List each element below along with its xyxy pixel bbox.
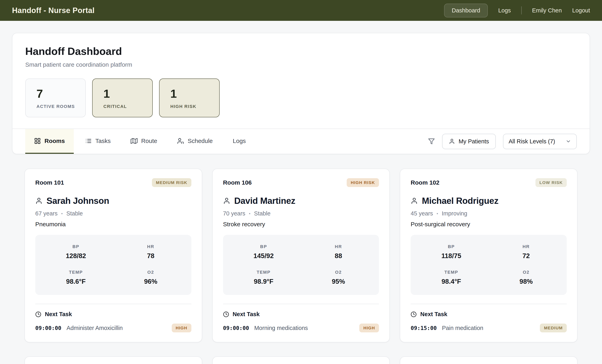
vital-value: 88	[301, 252, 376, 260]
clock-icon	[35, 311, 41, 317]
vital-value: 72	[489, 252, 564, 260]
patient-status: Stable	[66, 210, 83, 217]
stat-high-risk: 1 HIGH RISK	[159, 78, 220, 117]
nav-dashboard[interactable]: Dashboard	[444, 4, 488, 17]
tab-label: Schedule	[188, 137, 213, 144]
users-icon	[177, 137, 184, 144]
vital-label: TEMP	[414, 270, 489, 275]
rooms-grid: Room 101 MEDIUM RISK Sarah Johnson 67 ye…	[24, 169, 578, 342]
person-icon	[223, 197, 230, 204]
vital-label: HR	[301, 244, 376, 249]
vital-label: TEMP	[38, 270, 113, 275]
stat-label: CRITICAL	[103, 104, 152, 109]
task-time: 09:00:00	[35, 325, 61, 331]
patient-condition: Stroke recovery	[223, 221, 379, 228]
patient-name: David Martinez	[234, 196, 295, 206]
nav-user: Emily Chen	[532, 7, 562, 14]
risk-filter-value: All Risk Levels (7)	[509, 138, 555, 145]
tab-route[interactable]: Route	[122, 129, 166, 154]
priority-badge: HIGH	[172, 323, 191, 332]
vital-value: 145/92	[226, 252, 301, 260]
tab-logs[interactable]: Logs	[224, 129, 255, 154]
vital-o2: O2 95%	[301, 270, 376, 285]
next-task-section: Next Task 09:00:00 Administer Amoxicilli…	[35, 304, 191, 332]
next-task-label: Next Task	[45, 311, 72, 318]
room-card[interactable]: Room 106 HIGH RISK David Martinez 70 yea…	[212, 169, 390, 342]
app-header: Handoff - Nurse Portal Dashboard Logs Em…	[0, 0, 602, 21]
patient-condition: Post-surgical recovery	[411, 221, 567, 228]
room-card-partial[interactable]	[212, 356, 390, 364]
vital-value: 98%	[489, 278, 564, 285]
stat-value: 1	[103, 87, 152, 100]
vital-value: 78	[113, 252, 188, 260]
vital-value: 95%	[301, 278, 376, 285]
my-patients-button[interactable]: My Patients	[442, 134, 496, 149]
stats-row: 7 ACTIVE ROOMS 1 CRITICAL 1 HIGH RISK	[25, 78, 577, 117]
vitals-panel: BP 145/92 HR 88 TEMP 98.9°F O2 95%	[223, 235, 379, 295]
vital-o2: O2 96%	[113, 270, 188, 285]
clock-icon	[411, 311, 417, 317]
vital-temp: TEMP 98.9°F	[226, 270, 301, 285]
nav-logs[interactable]: Logs	[498, 7, 511, 14]
risk-badge: MEDIUM RISK	[152, 178, 191, 187]
dashboard-panel: Handoff Dashboard Smart patient care coo…	[12, 33, 590, 154]
risk-filter-select[interactable]: All Risk Levels (7)	[503, 134, 577, 149]
filter-icon[interactable]	[428, 138, 435, 145]
grid-icon	[34, 137, 41, 144]
vital-label: BP	[38, 244, 113, 249]
room-card[interactable]: Room 101 MEDIUM RISK Sarah Johnson 67 ye…	[24, 169, 202, 342]
vital-value: 98.6°F	[38, 278, 113, 285]
vital-label: BP	[414, 244, 489, 249]
patient-age: 67 years	[35, 210, 57, 217]
nav-logout[interactable]: Logout	[572, 7, 590, 14]
next-task-label: Next Task	[233, 311, 260, 318]
stat-critical: 1 CRITICAL	[92, 78, 153, 117]
stat-value: 7	[36, 87, 85, 100]
risk-badge: HIGH RISK	[347, 178, 379, 187]
risk-badge: LOW RISK	[536, 178, 567, 187]
vital-hr: HR 72	[489, 244, 564, 260]
priority-badge: HIGH	[359, 323, 379, 332]
next-task-section: Next Task 09:15:00 Pain medication MEDIU…	[411, 304, 567, 332]
tab-rooms[interactable]: Rooms	[25, 129, 74, 154]
vital-label: O2	[489, 270, 564, 275]
page-subtitle: Smart patient care coordination platform	[25, 61, 577, 68]
meta-separator: •	[249, 211, 250, 216]
vital-temp: TEMP 98.4°F	[414, 270, 489, 285]
vital-label: HR	[113, 244, 188, 249]
tab-tasks[interactable]: Tasks	[76, 129, 120, 154]
vitals-panel: BP 128/82 HR 78 TEMP 98.6°F O2 96%	[35, 235, 191, 295]
meta-separator: •	[437, 211, 438, 216]
vital-o2: O2 98%	[489, 270, 564, 285]
room-card-partial[interactable]	[400, 356, 578, 364]
vital-value: 98.9°F	[226, 278, 301, 285]
task-description: Pain medication	[442, 325, 535, 331]
task-time: 09:15:00	[411, 325, 437, 331]
next-task-section: Next Task 09:00:00 Morning medications H…	[223, 304, 379, 332]
next-task-label: Next Task	[420, 311, 447, 318]
vital-label: HR	[489, 244, 564, 249]
patient-status: Stable	[254, 210, 270, 217]
tab-label: Route	[141, 137, 157, 144]
room-number: Room 102	[411, 179, 439, 186]
room-card[interactable]: Room 102 LOW RISK Michael Rodriguez 45 y…	[400, 169, 578, 342]
nav-divider	[521, 6, 522, 14]
tab-label: Logs	[233, 137, 246, 144]
vital-bp: BP 118/75	[414, 244, 489, 260]
person-icon	[35, 197, 43, 204]
tab-schedule[interactable]: Schedule	[168, 129, 221, 154]
room-card-partial[interactable]	[24, 356, 202, 364]
vitals-panel: BP 118/75 HR 72 TEMP 98.4°F O2 98%	[411, 235, 567, 295]
vital-hr: HR 88	[301, 244, 376, 260]
vital-bp: BP 145/92	[226, 244, 301, 260]
vital-label: O2	[113, 270, 188, 275]
vital-hr: HR 78	[113, 244, 188, 260]
meta-separator: •	[61, 211, 63, 216]
list-icon	[85, 137, 92, 144]
page-title: Handoff Dashboard	[25, 45, 577, 57]
person-icon	[411, 197, 418, 204]
tab-bar: Rooms Tasks Route Schedule Logs	[12, 129, 590, 154]
tab-label: Rooms	[44, 137, 65, 144]
stat-active-rooms: 7 ACTIVE ROOMS	[25, 78, 86, 117]
my-patients-label: My Patients	[459, 138, 489, 145]
